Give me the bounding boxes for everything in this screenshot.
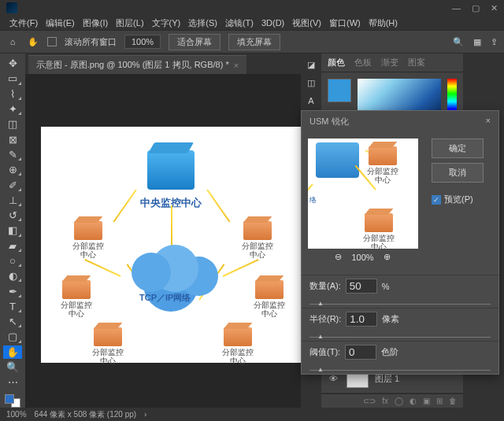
menu-3d[interactable]: 3D(D) (258, 18, 287, 28)
tool-stamp[interactable]: ⊥ (3, 194, 22, 207)
tool-zoom[interactable]: 🔍 (3, 360, 22, 374)
foreground-color[interactable] (5, 394, 14, 404)
fit-screen-button[interactable]: 适合屏幕 (169, 34, 220, 50)
radius-input[interactable] (346, 312, 377, 327)
tool-pen[interactable]: ✒ (3, 284, 22, 297)
tool-heal[interactable]: ⊕ (3, 163, 22, 176)
menu-file[interactable]: 文件(F) (6, 17, 41, 29)
menu-edit[interactable]: 编辑(E) (43, 17, 78, 29)
link-layers-icon[interactable]: ⊂⊃ (363, 397, 376, 405)
canvas-viewport[interactable]: 中央监控中心 TCP／IP网络 分部监控 中心 分部监控 中心 分部监控 中心 … (25, 74, 301, 408)
tool-brush[interactable]: ✐ (3, 178, 22, 191)
fill-screen-button[interactable]: 填充屏幕 (228, 34, 280, 50)
artwork-branch: 分部监控 中心 (92, 327, 124, 365)
hand-tool-icon[interactable]: ✋ (27, 35, 39, 48)
zoom-in-icon[interactable]: ⊕ (384, 252, 391, 262)
fx-icon[interactable]: fx (382, 397, 388, 405)
foreground-background-swatch[interactable] (5, 394, 20, 408)
tool-eraser[interactable]: ◧ (3, 223, 22, 237)
tool-move[interactable]: ✥ (3, 57, 22, 70)
dialog-preview-image[interactable]: 分部监控 中心 分部监控 中心 络 (308, 138, 418, 249)
status-docinfo: 644 像素 x 508 像素 (120 pp) (35, 409, 137, 420)
tool-more[interactable]: ⋯ (3, 375, 22, 389)
preview-checkbox[interactable]: ✓ (432, 195, 441, 205)
tool-crop[interactable]: ◫ (3, 117, 22, 131)
tool-blur[interactable]: ○ (3, 254, 22, 268)
tool-lasso[interactable]: ⌇ (3, 87, 22, 101)
amount-label: 数量(A): (309, 280, 341, 292)
document-tab-bar: 示意图 - 原图.png @ 100% (图层 1 拷贝, RGB/8) * × (25, 54, 301, 74)
amount-input[interactable] (346, 279, 377, 294)
layers-bottom-bar: ⊂⊃ fx ◯ ◐ ▣ ⊞ 🗑 (321, 393, 463, 408)
tool-marquee[interactable]: ▭ (3, 72, 22, 85)
menu-layer[interactable]: 图层(L) (113, 17, 146, 29)
color-swatch[interactable] (328, 79, 351, 102)
home-icon[interactable]: ⌂ (6, 35, 19, 48)
preview-checkbox-row[interactable]: ✓ 预览(P) (432, 194, 484, 205)
options-bar: ⌂ ✋ 滚动所有窗口 100% 适合屏幕 填充屏幕 🔍 ▦ ⇪ (0, 30, 504, 54)
workspace-icon[interactable]: ▦ (473, 37, 481, 47)
tool-eyedropper[interactable]: ✎ (3, 148, 22, 161)
dialog-preview-area: 分部监控 中心 分部监控 中心 络 ⊖ 100% ⊕ (302, 132, 424, 275)
tool-wand[interactable]: ✦ (3, 102, 22, 116)
status-zoom[interactable]: 100% (6, 410, 27, 419)
tab-swatches[interactable]: 色板 (354, 57, 372, 68)
group-icon[interactable]: ▣ (423, 397, 430, 405)
ok-button[interactable]: 确定 (432, 138, 484, 158)
radius-row: 半径(R): 像素 (302, 308, 498, 330)
tool-hand[interactable]: ✋ (3, 345, 22, 359)
threshold-input[interactable] (345, 345, 376, 360)
search-icon[interactable]: 🔍 (453, 37, 464, 47)
scroll-all-checkbox[interactable] (47, 37, 57, 46)
panel-icon-2[interactable]: ◫ (307, 78, 315, 88)
tool-shape[interactable]: ▢ (3, 330, 22, 343)
color-panel-tabs: 颜色 色板 渐变 图案 (321, 54, 463, 72)
mask-icon[interactable]: ◯ (395, 397, 403, 405)
amount-slider[interactable] (309, 297, 491, 305)
dialog-title: USM 锐化 (309, 116, 349, 127)
new-layer-icon[interactable]: ⊞ (436, 397, 443, 405)
minimize-button[interactable]: — (452, 3, 461, 13)
cancel-button[interactable]: 取消 (432, 163, 484, 183)
dialog-close-icon[interactable]: × (486, 116, 491, 127)
radius-slider[interactable] (309, 330, 491, 338)
menu-image[interactable]: 图像(I) (80, 17, 111, 29)
tool-text[interactable]: T (3, 300, 22, 313)
tool-history-brush[interactable]: ↺ (3, 209, 22, 222)
threshold-slider[interactable] (309, 363, 491, 371)
menu-view[interactable]: 视图(V) (289, 17, 324, 29)
menu-select[interactable]: 选择(S) (185, 17, 220, 29)
radius-unit: 像素 (382, 313, 399, 325)
menu-window[interactable]: 窗口(W) (326, 17, 364, 29)
tool-frame[interactable]: ⊠ (3, 132, 22, 146)
zoom-level-input[interactable]: 100% (124, 35, 161, 49)
preview-zoom-value: 100% (351, 253, 373, 262)
trash-icon[interactable]: 🗑 (449, 397, 457, 405)
document-tab[interactable]: 示意图 - 原图.png @ 100% (图层 1 拷贝, RGB/8) * × (28, 55, 246, 74)
preview-zoom-controls: ⊖ 100% ⊕ (308, 249, 417, 268)
share-icon[interactable]: ⇪ (491, 37, 498, 47)
tool-dodge[interactable]: ◐ (3, 269, 22, 283)
menu-filter[interactable]: 滤镜(T) (222, 17, 257, 29)
panel-icon-3[interactable]: A (308, 96, 313, 105)
tab-color[interactable]: 颜色 (328, 57, 345, 68)
tab-gradients[interactable]: 渐变 (381, 57, 398, 68)
menu-help[interactable]: 帮助(H) (365, 17, 401, 29)
zoom-out-icon[interactable]: ⊖ (335, 252, 342, 262)
close-button[interactable]: ✕ (491, 3, 498, 13)
tab-patterns[interactable]: 图案 (408, 57, 425, 68)
tool-gradient[interactable]: ▰ (3, 239, 22, 253)
visibility-icon[interactable]: 👁 (329, 374, 340, 383)
menu-type[interactable]: 文字(Y) (149, 17, 184, 29)
artwork-center-building: 中央监控中心 (147, 150, 202, 210)
dialog-titlebar[interactable]: USM 锐化 × (302, 111, 498, 132)
status-arrow-icon[interactable]: › (144, 410, 146, 419)
toolbox: ✥ ▭ ⌇ ✦ ◫ ⊠ ✎ ⊕ ✐ ⊥ ↺ ◧ ▰ ○ ◐ ✒ T ↖ ▢ ✋ … (0, 54, 25, 408)
panel-icon-1[interactable]: ◪ (307, 60, 315, 70)
tool-path[interactable]: ↖ (3, 315, 22, 328)
document-area: 示意图 - 原图.png @ 100% (图层 1 拷贝, RGB/8) * ×… (25, 54, 301, 408)
adjustment-icon[interactable]: ◐ (410, 397, 417, 405)
artwork-cloud: TCP／IP网络 (124, 253, 218, 296)
maximize-button[interactable]: ▢ (472, 3, 480, 13)
tab-close-icon[interactable]: × (234, 61, 239, 70)
